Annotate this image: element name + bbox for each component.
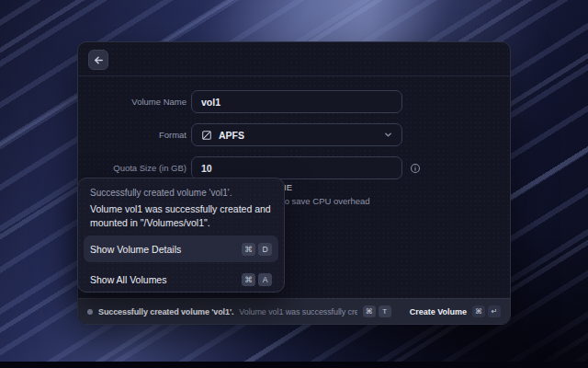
volume-name-label: Volume Name xyxy=(78,97,187,107)
popover-title: Successfully created volume 'vol1'. xyxy=(90,188,232,198)
command-key: ⌘ xyxy=(363,305,376,317)
info-icon[interactable] xyxy=(410,163,421,174)
status-title: Successfully created volume 'vol1'. xyxy=(98,307,233,316)
show-all-volumes-label: Show All Volumes xyxy=(90,274,166,285)
dialog-header xyxy=(78,42,510,76)
format-label: Format xyxy=(78,130,187,140)
create-volume-form: Volume Name Format APFS xyxy=(78,90,510,190)
popover-body-line2: mounted in "/Volumes/vol1". xyxy=(90,217,210,228)
format-select[interactable]: APFS xyxy=(191,123,402,146)
volume-name-row: Volume Name xyxy=(78,90,510,113)
show-volume-details-shortcut: ⌘ D xyxy=(242,243,272,256)
back-button[interactable] xyxy=(88,50,108,70)
show-all-volumes-shortcut: ⌘ A xyxy=(242,273,272,286)
show-all-volumes-item[interactable]: Show All Volumes ⌘ A xyxy=(84,266,278,293)
quota-size-label: Quota Size (in GB) xyxy=(78,163,187,173)
quota-size-input[interactable] xyxy=(191,156,402,179)
format-value: APFS xyxy=(219,130,244,141)
screen-bottom-strip xyxy=(0,362,588,368)
desktop: Volume Name Format APFS xyxy=(0,0,588,368)
quota-size-row: Quota Size (in GB) xyxy=(78,156,510,179)
disk-slash-icon xyxy=(201,130,212,141)
occluded-text-fragment: to save CPU overhead xyxy=(282,196,370,206)
format-row: Format APFS xyxy=(78,123,510,146)
success-popover: Successfully created volume 'vol1'. Volu… xyxy=(77,178,285,293)
command-key: ⌘ xyxy=(242,243,255,256)
volume-name-input[interactable] xyxy=(191,90,402,113)
popover-body: Volume vol1 was successfully created and… xyxy=(90,202,275,230)
command-key: ⌘ xyxy=(242,273,255,286)
status-bar: Successfully created volume 'vol1'. Volu… xyxy=(78,298,510,324)
d-key: D xyxy=(258,243,272,256)
a-key: A xyxy=(258,273,272,286)
popover-body-line1: Volume vol1 was successfully created and xyxy=(90,203,271,214)
create-volume-shortcut: ⌘ ↵ xyxy=(472,305,501,317)
occluded-text-fragment: IE xyxy=(284,182,292,192)
status-subtitle: Volume vol1 was successfully creat... xyxy=(239,307,356,316)
return-key: ↵ xyxy=(488,305,501,317)
show-volume-details-item[interactable]: Show Volume Details ⌘ D xyxy=(84,236,278,262)
t-key: T xyxy=(379,305,391,317)
show-volume-details-label: Show Volume Details xyxy=(90,244,181,255)
chevron-down-icon xyxy=(384,131,392,139)
arrow-left-icon xyxy=(94,55,104,65)
status-shortcut: ⌘ T xyxy=(363,305,391,317)
status-dot-icon xyxy=(87,309,93,315)
command-key: ⌘ xyxy=(472,305,485,317)
create-volume-button[interactable]: Create Volume xyxy=(410,307,467,316)
